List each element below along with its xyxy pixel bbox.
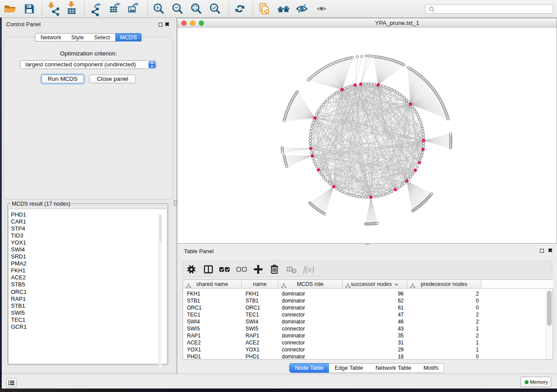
svg-text:f(x): f(x) xyxy=(303,265,314,274)
